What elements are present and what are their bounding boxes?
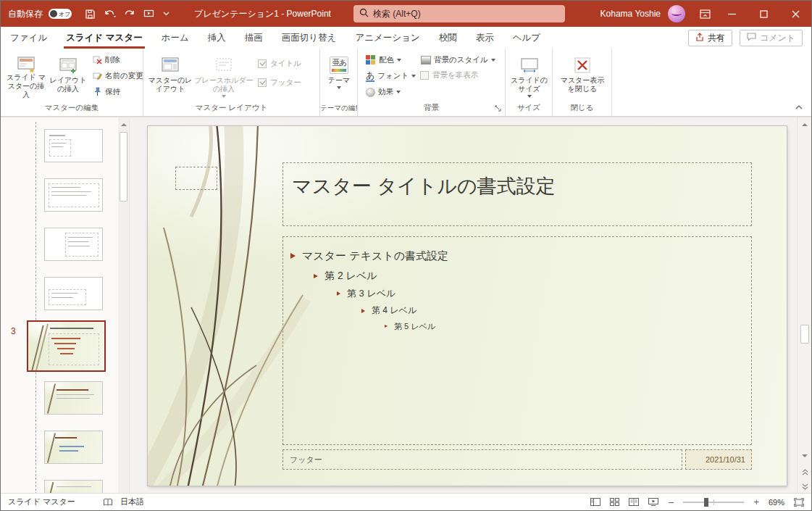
theme-fonts-button[interactable]: フォント (364, 69, 418, 83)
delete-label: 削除 (105, 55, 120, 65)
insert-placeholder-button[interactable]: プレースホルダーの挿入 (194, 51, 254, 99)
previous-slide-icon[interactable] (798, 465, 812, 478)
ribbon-display-options-icon[interactable] (694, 1, 716, 27)
slide-master-editing-surface[interactable]: (#) マスター タイトルの書式設定 マスター テキストの書式設定 第 2 レベ… (148, 126, 787, 486)
autosave-toggle[interactable]: オフ (49, 9, 72, 19)
view-status-label[interactable]: スライド マスター (8, 497, 75, 507)
rename-button[interactable]: 名前の変更 (91, 69, 146, 83)
layout-thumbnail-7[interactable] (44, 480, 103, 494)
title-checkbox[interactable]: タイトル (258, 59, 301, 69)
undo-icon[interactable] (104, 9, 116, 19)
footer-placeholder[interactable]: フッター (282, 449, 682, 470)
scroll-down-icon[interactable] (798, 449, 812, 462)
body-placeholder[interactable]: マスター テキストの書式設定 第 2 レベル 第 3 レベル 第 4 レベル 第… (282, 236, 752, 445)
spellcheck-book-icon[interactable] (103, 498, 113, 507)
tab-transitions[interactable]: 画面切り替え (272, 27, 346, 49)
scroll-up-icon[interactable] (118, 117, 130, 130)
slide-sorter-view-icon[interactable] (610, 498, 619, 506)
title-placeholder[interactable]: マスター タイトルの書式設定 (282, 162, 752, 226)
chevron-down-icon (396, 91, 401, 94)
theme-colors-button[interactable]: 配色 (364, 53, 403, 67)
rename-label: 名前の変更 (105, 71, 143, 81)
minimize-button[interactable] (716, 1, 748, 27)
tab-review[interactable]: 校閲 (430, 27, 466, 49)
search-input[interactable] (373, 9, 540, 19)
reading-view-icon[interactable] (629, 498, 639, 506)
comments-button[interactable]: コメント (740, 30, 803, 46)
zoom-slider[interactable] (683, 502, 744, 503)
collapse-ribbon-chevron-icon[interactable] (792, 101, 805, 113)
dialog-launcher-icon[interactable] (493, 104, 503, 113)
tab-file[interactable]: ファイル (1, 27, 56, 49)
bullet-text: 第 5 レベル (394, 321, 435, 332)
save-icon[interactable] (85, 9, 96, 20)
scroll-up-icon[interactable] (798, 117, 812, 130)
fit-slide-to-window-icon[interactable] (794, 498, 804, 507)
search-box[interactable] (353, 5, 565, 22)
selected-master-thumbnail[interactable] (27, 320, 106, 372)
zoom-slider-thumb[interactable] (704, 498, 708, 507)
chevron-down-icon (527, 95, 532, 98)
hide-background-checkbox[interactable]: 背景を非表示 (420, 70, 478, 80)
group-label-background: 背景 (358, 103, 505, 113)
tab-slide-master[interactable]: スライド マスター (56, 27, 152, 49)
master-layout-button[interactable]: マスターのレイアウト (148, 51, 193, 99)
zoom-level[interactable]: 69% (769, 498, 784, 507)
layout-thumbnail-1[interactable] (44, 129, 103, 162)
delete-button[interactable]: 削除 (91, 53, 122, 67)
slide-size-button[interactable]: スライドのサイズ (508, 51, 551, 99)
scrollbar-thumb[interactable] (120, 132, 127, 202)
start-slideshow-icon[interactable] (143, 9, 154, 19)
zoom-out-button[interactable]: − (668, 497, 674, 508)
autosave-state: オフ (59, 10, 70, 18)
normal-view-icon[interactable] (590, 498, 600, 506)
thumbnail-scrollbar[interactable] (118, 117, 130, 494)
theme-effects-button[interactable]: 効果 (364, 85, 403, 99)
qat-customize-chevron-icon[interactable] (163, 12, 169, 16)
user-name[interactable]: Kohama Yoshie (600, 9, 661, 19)
close-master-view-button[interactable]: マスター表示を閉じる (557, 51, 608, 99)
quick-access-area: 自動保存 オフ プレゼンテーション1 - PowerPoint (1, 8, 331, 20)
background-styles-label: 背景のスタイル (434, 55, 488, 65)
insert-layout-label: レイアウトの挿入 (47, 76, 89, 94)
redo-icon[interactable] (125, 9, 135, 19)
next-slide-icon[interactable] (798, 480, 812, 493)
maximize-button[interactable] (748, 1, 779, 27)
share-button[interactable]: 共有 (688, 30, 732, 46)
hide-background-label: 背景を非表示 (432, 70, 478, 80)
slide-number-placeholder[interactable]: (#) (175, 167, 217, 190)
chevron-down-icon (491, 59, 495, 62)
footer-checkbox[interactable]: フッター (258, 78, 301, 88)
document-title: プレゼンテーション1 - PowerPoint (194, 8, 331, 20)
user-avatar[interactable] (668, 5, 685, 22)
close-button[interactable] (779, 1, 811, 27)
layout-thumbnail-4[interactable] (44, 277, 103, 310)
preserve-button[interactable]: 保持 (91, 85, 122, 99)
zoom-in-button[interactable]: + (753, 497, 759, 507)
pushpin-icon (93, 87, 102, 98)
vertical-scrollbar[interactable] (797, 117, 811, 494)
insert-slide-master-button[interactable]: スライド マスターの挿入 (5, 51, 47, 99)
tab-insert[interactable]: 挿入 (198, 27, 235, 49)
share-label: 共有 (708, 32, 725, 44)
status-bar: スライド マスター 日本語 − + 69% (1, 493, 811, 510)
tab-help[interactable]: ヘルプ (503, 27, 550, 49)
layout-connector-line (35, 122, 36, 494)
layout-thumbnail-3[interactable] (44, 228, 103, 261)
tab-animations[interactable]: アニメーション (346, 27, 429, 49)
tab-draw[interactable]: 描画 (235, 27, 272, 49)
tab-view[interactable]: 表示 (466, 27, 503, 49)
insert-slide-master-icon (16, 54, 36, 73)
layout-thumbnail-2[interactable] (44, 178, 103, 212)
bullet-text: 第 3 レベル (347, 287, 395, 300)
date-placeholder[interactable]: 2021/10/31 (685, 449, 752, 470)
background-styles-button[interactable]: 背景のスタイル (419, 53, 498, 67)
language-status[interactable]: 日本語 (120, 497, 144, 507)
layout-thumbnail-6[interactable] (44, 431, 103, 464)
tab-home[interactable]: ホーム (152, 27, 198, 49)
layout-thumbnail-5[interactable] (44, 381, 103, 415)
insert-layout-button[interactable]: レイアウトの挿入 (47, 51, 89, 99)
themes-button[interactable]: テーマ (322, 51, 356, 99)
scrollbar-thumb[interactable] (800, 325, 809, 344)
slideshow-view-icon[interactable] (648, 498, 658, 506)
